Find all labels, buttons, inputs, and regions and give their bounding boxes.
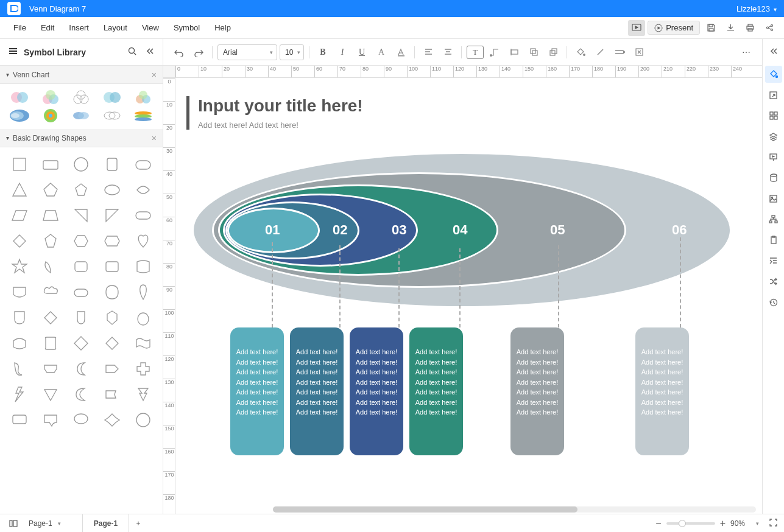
basic-shape[interactable] [37, 358, 65, 380]
highlight-button[interactable] [392, 44, 409, 61]
grid-panel-icon[interactable] [765, 107, 782, 124]
basic-shape[interactable] [68, 230, 95, 252]
line-style-button[interactable] [611, 44, 628, 61]
menu-layout[interactable]: Layout [96, 23, 135, 32]
venn-shape[interactable] [36, 107, 66, 124]
basic-shape[interactable] [99, 281, 126, 303]
basic-shape[interactable] [68, 409, 95, 431]
ellipse-label[interactable]: 04 [453, 222, 467, 238]
venn-shape[interactable] [97, 89, 127, 106]
page-select[interactable]: Page-1 [24, 517, 64, 530]
basic-shape[interactable] [99, 153, 126, 175]
zoom-out-button[interactable]: − [655, 518, 661, 529]
basic-shape[interactable] [99, 409, 126, 431]
clipboard-panel-icon[interactable] [765, 231, 782, 248]
basic-shape[interactable] [99, 332, 126, 354]
presentation-panel-icon[interactable] [765, 149, 782, 166]
card[interactable]: Add text here! Add text here! Add text h… [230, 327, 284, 455]
basic-shape[interactable] [99, 205, 126, 226]
style-panel-icon[interactable] [765, 66, 782, 83]
basic-shape[interactable] [6, 230, 34, 252]
basic-shape[interactable] [129, 307, 157, 329]
card[interactable]: Add text here! Add text here! Add text h… [290, 327, 344, 455]
basic-shape[interactable] [68, 205, 95, 226]
basic-shape[interactable] [68, 281, 95, 303]
basic-shape[interactable] [68, 307, 95, 329]
basic-shape[interactable] [37, 230, 65, 252]
venn-shape[interactable] [36, 89, 66, 106]
clear-format-button[interactable] [630, 44, 648, 61]
basic-shape[interactable] [129, 205, 157, 226]
basic-shape[interactable] [6, 179, 34, 201]
basic-shape[interactable] [129, 409, 157, 431]
basic-shape[interactable] [6, 358, 34, 380]
outline-view-icon[interactable] [6, 517, 21, 530]
basic-shape[interactable] [99, 358, 126, 380]
print-icon[interactable] [741, 20, 758, 36]
save-icon[interactable] [702, 20, 719, 36]
italic-button[interactable]: I [334, 44, 351, 61]
venn-shape[interactable] [128, 107, 158, 124]
connector-button[interactable] [486, 44, 503, 61]
data-panel-icon[interactable] [765, 169, 782, 186]
canvas-title-block[interactable]: Input your title here! Add text here! Ad… [186, 96, 363, 130]
font-size-select[interactable]: 10 [280, 44, 304, 60]
basic-shape[interactable] [129, 230, 157, 252]
basic-shape[interactable] [99, 256, 126, 278]
layers-panel-icon[interactable] [765, 128, 782, 145]
basic-shape[interactable] [68, 358, 95, 380]
basic-shape[interactable] [6, 383, 34, 405]
basic-shape[interactable] [68, 332, 95, 354]
basic-shape[interactable] [129, 332, 157, 354]
close-icon[interactable]: × [152, 133, 157, 143]
present-button[interactable]: Present [648, 21, 700, 35]
layer-button[interactable] [545, 44, 562, 61]
ellipse-label[interactable]: 02 [333, 222, 347, 238]
card[interactable]: Add text here! Add text here! Add text h… [409, 327, 463, 455]
venn-shape[interactable] [128, 89, 158, 106]
basic-shape[interactable] [6, 332, 34, 354]
basic-shape[interactable] [129, 179, 157, 201]
basic-shape[interactable] [129, 383, 157, 405]
share-icon[interactable] [761, 20, 778, 36]
basic-shape[interactable] [99, 230, 126, 252]
group-button[interactable] [525, 44, 542, 61]
font-color-button[interactable]: A [373, 44, 390, 61]
venn-shape[interactable] [66, 107, 96, 124]
align-h-button[interactable] [420, 44, 437, 61]
tree-panel-icon[interactable] [765, 211, 782, 228]
subtitle[interactable]: Add text here! Add text here! [198, 121, 363, 130]
ellipse-label[interactable]: 06 [672, 222, 687, 238]
venn-shape[interactable] [5, 89, 35, 106]
basic-shape[interactable] [68, 383, 95, 405]
menu-help[interactable]: Help [207, 23, 238, 32]
menu-edit[interactable]: Edit [34, 23, 62, 32]
text-tool-button[interactable]: T [467, 46, 484, 59]
basic-shape[interactable] [68, 153, 95, 175]
menu-view[interactable]: View [135, 23, 166, 32]
ellipse-label[interactable]: 05 [550, 222, 565, 238]
bold-button[interactable]: B [314, 44, 331, 61]
basic-shape[interactable] [68, 256, 95, 278]
export-panel-icon[interactable] [765, 86, 782, 103]
zoom-slider[interactable] [666, 522, 715, 525]
align-objects-button[interactable] [506, 44, 523, 61]
add-page-button[interactable]: + [129, 514, 147, 532]
basic-shape[interactable] [6, 205, 34, 226]
card[interactable]: Add text here! Add text here! Add text h… [350, 327, 403, 455]
scrollbar-h[interactable] [273, 506, 756, 513]
basic-shape[interactable] [37, 383, 65, 405]
basic-shape[interactable] [6, 256, 34, 278]
basic-shape[interactable] [37, 153, 65, 175]
basic-shape[interactable] [37, 332, 65, 354]
fill-button[interactable] [572, 44, 589, 61]
menu-insert[interactable]: Insert [62, 23, 96, 32]
image-panel-icon[interactable] [765, 190, 782, 207]
more-button[interactable]: ⋯ [738, 44, 755, 61]
canvas[interactable]: Input your title here! Add text here! Ad… [175, 78, 754, 514]
zoom-in-button[interactable]: + [720, 518, 726, 529]
close-icon[interactable]: × [152, 70, 157, 80]
search-icon[interactable] [128, 47, 137, 58]
align-v-button[interactable] [439, 44, 456, 61]
basic-shape[interactable] [37, 409, 65, 431]
